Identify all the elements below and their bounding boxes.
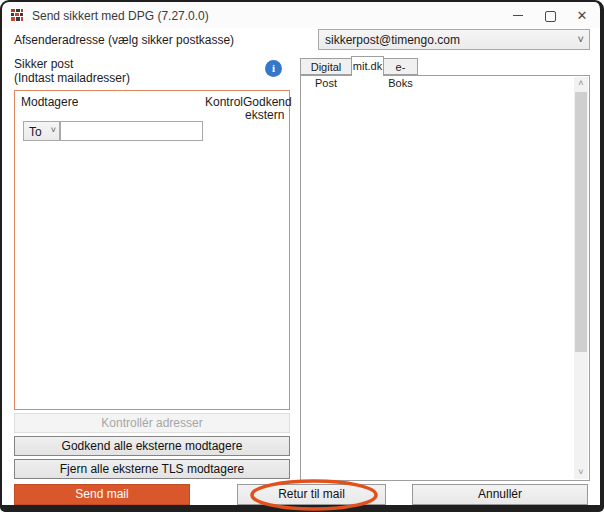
panel-scrollbar[interactable]: ˄ ˅ (574, 77, 588, 479)
control-addresses-button[interactable]: Kontrollér adresser (14, 413, 290, 433)
title-bar: Send sikkert med DPG (7.27.0.0) ✕ (2, 2, 600, 28)
remove-tls-button[interactable]: Fjern alle eksterne TLS modtagere (14, 459, 290, 479)
maximize-button[interactable] (539, 6, 561, 25)
secure-post-subtitle: (Indtast mailadresser) (14, 71, 130, 85)
recipients-box: Modtagere Kontrol Godkend ekstern To ˅ (14, 90, 290, 410)
send-mail-button[interactable]: Send mail (14, 484, 190, 505)
approve-external-button[interactable]: Godkend alle eksterne modtagere (14, 436, 290, 456)
chevron-down-icon: ˅ (578, 33, 584, 45)
cancel-button[interactable]: Annullér (412, 484, 588, 505)
sender-address-label: Afsenderadresse (vælg sikker postkasse) (14, 33, 234, 47)
close-icon: ✕ (577, 8, 588, 23)
to-selector-value: To (29, 125, 42, 139)
mitdk-tab-panel (300, 75, 590, 481)
sender-address-dropdown[interactable]: sikkerpost@timengo.com ˅ (318, 29, 590, 50)
info-icon[interactable]: i (265, 60, 282, 77)
scroll-down-icon[interactable]: ˅ (574, 466, 588, 479)
secure-post-title: Sikker post (14, 57, 73, 71)
window-title: Send sikkert med DPG (7.27.0.0) (32, 9, 209, 23)
tab-eboks[interactable]: e-Boks (383, 58, 418, 75)
return-to-mail-button[interactable]: Retur til mail (237, 484, 386, 505)
tab-digital-post[interactable]: Digital Post (300, 58, 352, 75)
close-button[interactable]: ✕ (571, 6, 593, 25)
scrollbar-thumb[interactable] (575, 92, 587, 352)
minimize-icon (513, 15, 523, 16)
tab-mitdk[interactable]: mit.dk (351, 56, 384, 76)
chevron-down-icon: ˅ (51, 125, 56, 135)
recipient-email-input[interactable] (60, 121, 203, 141)
sender-address-value: sikkerpost@timengo.com (325, 33, 460, 47)
minimize-button[interactable] (507, 6, 529, 25)
maximize-icon (545, 11, 556, 22)
recipients-header: Modtagere (21, 95, 78, 109)
scroll-up-icon[interactable]: ˄ (574, 77, 588, 90)
to-selector[interactable]: To ˅ (23, 121, 60, 141)
column-approve-line1: Godkend (243, 95, 292, 109)
app-icon (10, 8, 24, 22)
column-approve-line2: ekstern (245, 108, 284, 122)
column-control: Kontrol (205, 95, 243, 109)
